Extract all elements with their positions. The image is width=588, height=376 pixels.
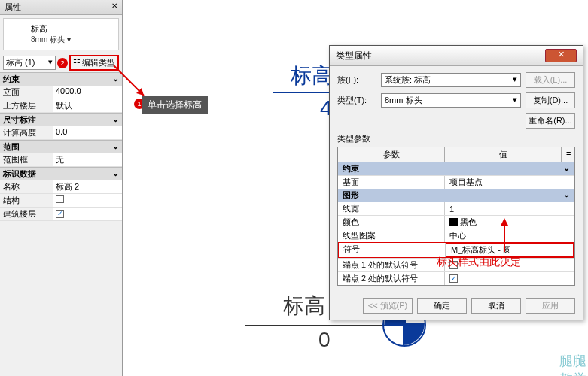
end2-checkbox[interactable]: ✓: [449, 274, 458, 283]
level2-line-ext: [245, 92, 273, 92]
family-label: 族(F):: [337, 74, 376, 86]
level1-value[interactable]: 0: [318, 328, 331, 352]
prop-struct-val[interactable]: [53, 194, 122, 207]
type-properties-dialog: 类型属性 ✕ 族(F): 系统族: 标高▾ 载入(L)... 类型(T): 8m…: [329, 45, 583, 320]
hdr-param[interactable]: 参数: [338, 147, 445, 162]
callout-arrow-1: [110, 62, 148, 99]
prop-name-val[interactable]: 标高 2: [53, 180, 122, 193]
duplicate-button[interactable]: 复制(D)...: [526, 92, 575, 108]
prop-calc-key: 计算高度: [0, 126, 53, 139]
group-extents[interactable]: 范围⌄: [0, 140, 122, 153]
param-row-lw: 线宽1: [338, 202, 574, 215]
callout-marker-2: 2: [57, 58, 68, 68]
param-group-graphics[interactable]: 图形⌄: [338, 189, 574, 202]
bfloor-checkbox[interactable]: ✓: [56, 210, 64, 218]
color-swatch-icon: [449, 218, 458, 226]
hdr-eq[interactable]: =: [561, 147, 574, 162]
param-row-end2: 端点 2 处的默认符号✓: [338, 271, 574, 285]
group-constraints[interactable]: 约束⌄: [0, 72, 122, 86]
hdr-value[interactable]: 值: [445, 147, 561, 162]
rename-button[interactable]: 重命名(R)...: [526, 113, 575, 129]
struct-checkbox[interactable]: [56, 195, 64, 203]
prop-upper-val[interactable]: 默认: [53, 99, 122, 112]
preview-button[interactable]: << 预览(P): [363, 298, 413, 314]
prop-name-key: 名称: [0, 180, 53, 193]
param-row-color: 颜色黑色: [338, 215, 574, 229]
type-name: 标高: [31, 23, 117, 35]
group-identity[interactable]: 标识数据⌄: [0, 167, 122, 180]
group-dimensions[interactable]: 尺寸标注⌄: [0, 113, 122, 126]
annotation-text: 标头样式由此决定: [437, 256, 521, 269]
family-combo[interactable]: 系统族: 标高▾: [381, 73, 521, 87]
prop-calc-val[interactable]: 0.0: [53, 126, 122, 139]
param-row-base: 基面项目基点: [338, 175, 574, 189]
select-level-tooltip: 单击选择标高: [142, 96, 208, 114]
type-selector-box[interactable]: 标高 8mm 标头 ▾: [3, 18, 119, 50]
type-label: 类型(T):: [337, 95, 376, 106]
param-group-constraints[interactable]: 约束⌄: [338, 162, 574, 175]
prop-scope-val[interactable]: 无: [53, 153, 122, 166]
type-sub: 8mm 标头 ▾: [31, 35, 117, 45]
svg-marker-3: [501, 218, 508, 226]
panel-close-icon[interactable]: ✕: [111, 2, 117, 13]
param-row-pattern: 线型图案中心: [338, 229, 574, 242]
prop-bfloor-val[interactable]: ✓: [53, 208, 122, 220]
params-label: 类型参数: [337, 133, 575, 144]
dialog-title-text: 类型属性: [336, 50, 372, 62]
instance-selector[interactable]: 标高 (1)▾: [3, 56, 56, 70]
dialog-close-button[interactable]: ✕: [545, 49, 577, 62]
properties-panel: 属性 ✕ 标高 8mm 标头 ▾ 标高 (1)▾ 2 ☷编辑类型 约束⌄ 立面4…: [0, 0, 123, 376]
cancel-button[interactable]: 取消: [471, 298, 521, 314]
prop-struct-key: 结构: [0, 194, 53, 207]
apply-button[interactable]: 应用: [526, 298, 575, 314]
param-header: 参数 值 =: [338, 147, 574, 162]
prop-upper-key: 上方楼层: [0, 99, 53, 112]
prop-elevation-key: 立面: [0, 86, 53, 99]
panel-titlebar: 属性 ✕: [0, 0, 122, 15]
prop-scope-key: 范围框: [0, 153, 53, 166]
dialog-titlebar[interactable]: 类型属性 ✕: [330, 46, 583, 66]
callout-arrow-2: [497, 218, 512, 259]
type-combo[interactable]: 8mm 标头▾: [381, 93, 521, 108]
panel-title-text: 属性: [5, 2, 21, 13]
watermark-sub: 腿腿教学网: [559, 352, 588, 376]
prop-bfloor-key: 建筑楼层: [0, 208, 53, 220]
load-button: 载入(L)...: [526, 72, 575, 88]
ok-button[interactable]: 确定: [417, 298, 467, 314]
